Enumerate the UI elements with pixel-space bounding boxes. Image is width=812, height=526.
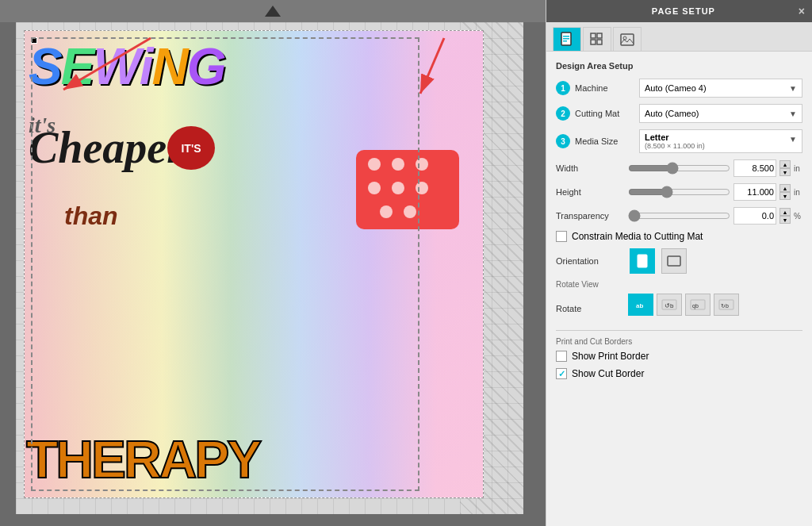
constrain-label: Constrain Media to Cutting Mat xyxy=(572,231,703,242)
show-cut-border-checkbox[interactable]: ✓ xyxy=(556,368,567,379)
height-down[interactable]: ▼ xyxy=(779,192,791,200)
its-circle: IT'S xyxy=(167,126,215,170)
transparency-unit: % xyxy=(794,212,806,221)
height-slider[interactable] xyxy=(628,186,730,198)
rotate-btn-3[interactable]: ↻b xyxy=(714,294,739,316)
svg-text:↺b: ↺b xyxy=(665,302,674,309)
width-input[interactable]: 8.500 xyxy=(733,159,776,177)
rotate-btn-1[interactable]: ↺b xyxy=(657,294,682,316)
therapy-text: THERAPY xyxy=(26,429,259,490)
rotate-ccw-icon: ↺b xyxy=(661,298,678,312)
landscape-icon xyxy=(667,255,681,267)
cutting-mat-dropdown[interactable]: Auto (Cameo) ▼ xyxy=(639,104,802,123)
constrain-checkbox[interactable] xyxy=(556,231,567,242)
transparency-input[interactable]: 0.0 xyxy=(733,207,776,225)
svg-text:↻b: ↻b xyxy=(721,303,729,309)
than-text: than xyxy=(64,202,118,231)
cutting-mat-number: 2 xyxy=(556,106,570,121)
letter-g: G xyxy=(187,37,225,96)
print-cut-borders-label: Print and Cut Borders xyxy=(556,337,802,346)
rotate-row: Rotate ab ↺b qb xyxy=(556,294,802,324)
media-size-dims: (8.500 × 11.000 in) xyxy=(645,142,705,150)
selection-handle[interactable] xyxy=(31,37,37,44)
letter-i: i xyxy=(140,37,152,96)
height-input[interactable]: 11.000 xyxy=(733,183,776,201)
svg-rect-12 xyxy=(621,34,634,45)
width-unit: in xyxy=(794,164,806,173)
show-cut-border-row: ✓ Show Cut Border xyxy=(556,368,802,379)
svg-rect-11 xyxy=(597,40,602,44)
height-unit: in xyxy=(794,188,806,197)
transparency-slider[interactable] xyxy=(628,210,730,221)
page-icon xyxy=(560,32,574,48)
image-icon xyxy=(620,33,634,47)
tab-settings[interactable] xyxy=(613,27,642,51)
show-print-border-checkbox[interactable] xyxy=(556,351,567,362)
close-button[interactable]: × xyxy=(799,5,806,17)
right-panel: PAGE SETUP × xyxy=(546,0,812,526)
panel-content: Design Area Setup 1 Machine Auto (Cameo … xyxy=(546,52,812,526)
letter-w: W xyxy=(93,37,139,96)
svg-rect-14 xyxy=(638,255,647,267)
svg-rect-7 xyxy=(563,40,567,42)
constrain-row: Constrain Media to Cutting Mat xyxy=(556,231,802,242)
media-size-dropdown[interactable]: Letter (8.500 × 11.000 in) ▼ xyxy=(639,129,802,153)
svg-point-13 xyxy=(623,36,626,40)
width-up[interactable]: ▲ xyxy=(779,160,791,168)
width-row: Width 8.500 ▲ ▼ in xyxy=(556,159,802,177)
sewing-machine xyxy=(340,110,467,253)
polka-dot xyxy=(368,182,381,194)
rotate-view-label: Rotate View xyxy=(556,280,802,289)
tab-page[interactable] xyxy=(553,27,581,51)
rotate-ab-icon: ab xyxy=(632,298,649,312)
section-title: Design Area Setup xyxy=(556,61,802,71)
white-page[interactable]: S E W i N G it's Cheaper IT'S xyxy=(24,30,484,498)
tab-grid[interactable] xyxy=(583,27,611,51)
orientation-label: Orientation xyxy=(556,256,623,266)
rotate-btn-0[interactable]: ab xyxy=(628,294,653,316)
cutting-mat-label: Cutting Mat xyxy=(575,109,634,118)
orientation-landscape[interactable] xyxy=(661,248,687,274)
letter-e: E xyxy=(61,37,94,96)
height-slider-row: 11.000 ▲ ▼ in xyxy=(628,183,806,201)
machine-dropdown[interactable]: Auto (Cameo 4) ▼ xyxy=(639,79,802,98)
polka-dot xyxy=(416,158,428,171)
rotate-btn-2[interactable]: qb xyxy=(685,294,710,316)
design-canvas[interactable]: S E W i N G it's Cheaper IT'S xyxy=(16,22,523,514)
show-cut-border-label: Show Cut Border xyxy=(572,368,644,379)
svg-text:qb: qb xyxy=(692,303,699,309)
cutting-mat-arrow: ▼ xyxy=(789,109,797,118)
panel-header: PAGE SETUP × xyxy=(546,0,812,22)
polka-dot xyxy=(380,205,393,218)
width-slider[interactable] xyxy=(628,163,730,174)
media-size-arrow: ▼ xyxy=(789,135,797,144)
machine-arrow: ▼ xyxy=(789,84,797,93)
design-content: S E W i N G it's Cheaper IT'S xyxy=(25,31,483,497)
rainbow-bg xyxy=(25,31,483,497)
polka-dot xyxy=(392,182,404,194)
scroll-up-arrow[interactable] xyxy=(265,6,281,17)
divider xyxy=(556,330,802,331)
machine-label: Machine xyxy=(575,83,634,93)
svg-rect-6 xyxy=(563,38,569,40)
canvas-top-bar xyxy=(0,0,546,22)
rotate-buttons: ab ↺b qb xyxy=(628,294,739,316)
letter-n: N xyxy=(152,37,187,96)
media-size-name: Letter xyxy=(645,132,669,142)
width-down[interactable]: ▼ xyxy=(779,168,791,176)
height-up[interactable]: ▲ xyxy=(779,184,791,192)
transparency-up[interactable]: ▲ xyxy=(779,208,791,216)
polka-dot xyxy=(368,158,381,171)
cutting-mat-value: Auto (Cameo) xyxy=(645,109,699,118)
grid-icon xyxy=(590,33,604,47)
transparency-label: Transparency xyxy=(556,211,623,221)
orientation-portrait[interactable] xyxy=(630,248,655,274)
media-size-label: Media Size xyxy=(575,136,634,146)
cheaper-text: Cheaper xyxy=(29,122,184,173)
transparency-down[interactable]: ▼ xyxy=(779,216,791,224)
media-size-number: 3 xyxy=(556,134,570,148)
polka-dot xyxy=(404,205,416,218)
width-stepper: ▲ ▼ xyxy=(779,160,791,176)
portrait-icon xyxy=(637,254,648,268)
cut-border-checkmark: ✓ xyxy=(558,369,565,379)
